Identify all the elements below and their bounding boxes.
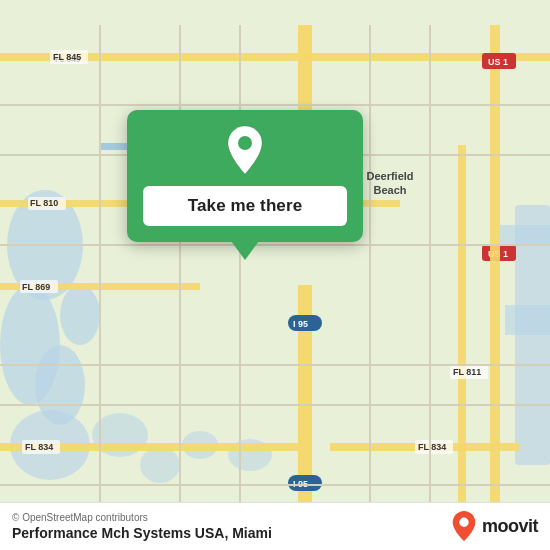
svg-text:I 95: I 95 — [293, 319, 308, 329]
moovit-logo: moovit — [450, 510, 538, 542]
map-container: C-2 Canal FL 845 FL 845 FL 810 FL 869 FL… — [0, 0, 550, 550]
bottom-bar: © OpenStreetMap contributors Performance… — [0, 502, 550, 550]
moovit-text: moovit — [482, 516, 538, 537]
svg-text:Deerfield: Deerfield — [366, 170, 413, 182]
place-name: Performance Mch Systems USA, Miami — [12, 525, 272, 541]
bottom-left-info: © OpenStreetMap contributors Performance… — [12, 512, 272, 541]
svg-text:FL 834: FL 834 — [418, 442, 446, 452]
svg-point-61 — [459, 518, 468, 527]
svg-text:US 1: US 1 — [488, 57, 508, 67]
svg-point-4 — [60, 285, 100, 345]
svg-text:Beach: Beach — [373, 184, 406, 196]
svg-text:FL 810: FL 810 — [30, 198, 58, 208]
svg-text:FL 869: FL 869 — [22, 282, 50, 292]
svg-rect-40 — [490, 25, 500, 205]
svg-rect-31 — [458, 145, 466, 525]
osm-credit: © OpenStreetMap contributors — [12, 512, 272, 523]
map-background: C-2 Canal FL 845 FL 845 FL 810 FL 869 FL… — [0, 0, 550, 550]
popup-card: Take me there — [127, 110, 363, 242]
svg-rect-11 — [500, 225, 550, 245]
svg-rect-12 — [505, 305, 550, 335]
svg-text:FL 834: FL 834 — [25, 442, 53, 452]
moovit-pin-icon — [450, 510, 478, 542]
svg-point-7 — [140, 447, 180, 483]
svg-text:FL 811: FL 811 — [453, 367, 481, 377]
svg-point-60 — [238, 136, 252, 150]
take-me-there-button[interactable]: Take me there — [143, 186, 347, 226]
svg-text:FL 845: FL 845 — [53, 52, 81, 62]
location-pin-icon — [223, 124, 267, 176]
